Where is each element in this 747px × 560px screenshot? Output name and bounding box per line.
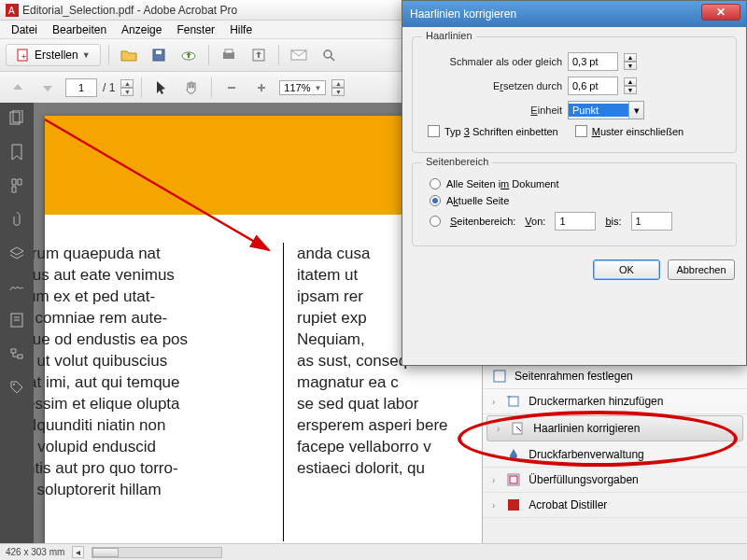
thread-panel-icon[interactable] [7, 175, 27, 196]
menu-file[interactable]: Datei [4, 21, 45, 38]
svg-rect-8 [225, 49, 233, 53]
include-patterns-checkbox[interactable] [575, 125, 587, 137]
window-title: Editorial_Selection.pdf - Adobe Acrobat … [22, 4, 237, 17]
zoom-input[interactable]: 117%▼ [279, 80, 326, 95]
text-column-1: e nulparum quaepuda nat ut poribus aut e… [34, 243, 269, 500]
hairlines-dialog: Haarlinien korrigieren ✕ Haarlinien Schm… [402, 0, 747, 366]
zoom-spinner[interactable]: ▲▼ [331, 79, 345, 96]
menu-edit[interactable]: Bearbeiten [45, 21, 114, 38]
distiller-icon [506, 497, 521, 512]
zoom-value: 117% [284, 82, 310, 93]
zoom-in-button[interactable] [249, 76, 274, 100]
cancel-button[interactable]: Abbrechen [668, 259, 735, 280]
menu-window[interactable]: Fenster [169, 21, 222, 38]
tool-druckermarken[interactable]: ›Druckermarken hinzufügen [483, 389, 747, 414]
tools-panel: Seitenrahmen festlegen ›Druckermarken hi… [482, 364, 747, 543]
share-button[interactable] [247, 43, 271, 67]
from-label: Von: [525, 216, 545, 227]
svg-rect-27 [510, 476, 517, 483]
page-number-input[interactable] [65, 78, 97, 97]
embed-fonts-label: Typ 3 Schriften einbetten [444, 126, 558, 137]
page-up-button[interactable] [6, 76, 30, 100]
tags-panel-icon[interactable] [7, 377, 27, 398]
unit-value: Punkt [569, 104, 628, 117]
page-total: / 1 [103, 81, 115, 94]
hand-icon [184, 80, 199, 95]
minus-icon [225, 81, 238, 94]
email-button[interactable] [287, 43, 311, 67]
structure-panel-icon[interactable] [7, 343, 27, 364]
svg-rect-25 [513, 423, 522, 434]
select-tool-button[interactable] [149, 76, 174, 100]
envelope-icon [290, 49, 307, 62]
tool-druckfarben[interactable]: ›Druckfarbenverwaltung [483, 442, 747, 468]
to-label: bis: [605, 216, 621, 227]
unit-select[interactable]: Punkt ▾ [568, 101, 644, 119]
print-button[interactable] [217, 43, 241, 67]
close-button[interactable]: ✕ [701, 4, 740, 21]
chevron-right-icon: › [492, 475, 495, 485]
dialog-title-bar[interactable]: Haarlinien korrigieren ✕ [402, 1, 746, 27]
tool-haarlinien[interactable]: ›Haarlinien korrigieren [486, 415, 743, 441]
menu-help[interactable]: Hilfe [222, 21, 260, 38]
create-button[interactable]: ＋ Erstellen ▼ [6, 44, 101, 66]
app-icon: A [6, 4, 19, 17]
include-patterns-label: Muster einschließen [592, 126, 684, 137]
search-button[interactable] [317, 43, 341, 67]
ink-icon [506, 447, 521, 462]
group-hairlines-title: Haarlinien [422, 30, 476, 41]
svg-point-11 [324, 50, 331, 58]
h-scrollbar[interactable] [92, 547, 222, 558]
menu-view[interactable]: Anzeige [114, 21, 169, 38]
chevron-right-icon: › [492, 397, 495, 407]
chevron-right-icon: › [492, 500, 495, 511]
layers-panel-icon[interactable] [7, 243, 27, 263]
svg-rect-28 [508, 499, 519, 511]
from-input[interactable]: 1 [555, 212, 596, 231]
unit-label: Einheit [422, 105, 562, 116]
radio-page-range[interactable] [430, 216, 441, 227]
page-size-label: 426 x 303 mm [6, 547, 64, 557]
radio-range-label: Seitenbereich: [450, 216, 515, 227]
tool-ueberfuellung[interactable]: ›Überfüllungsvorgaben [483, 468, 747, 493]
radio-all-pages[interactable] [430, 178, 441, 189]
folder-open-icon [120, 48, 137, 63]
chevron-down-icon: ▼ [82, 50, 91, 60]
group-pagerange: Seitenbereich Alle Seiten im Dokument Ak… [412, 162, 737, 246]
svg-text:A: A [8, 6, 15, 16]
tool-distiller[interactable]: ›Acrobat Distiller [483, 493, 747, 518]
left-sidebar [0, 103, 34, 560]
hairline-icon [511, 421, 526, 436]
signatures-panel-icon[interactable] [7, 276, 27, 297]
pages-panel-icon[interactable] [7, 108, 27, 129]
threshold-spinner[interactable]: ▲▼ [624, 53, 637, 70]
to-input[interactable]: 1 [631, 212, 672, 231]
page-spinner[interactable]: ▲▼ [120, 79, 134, 96]
radio-all-label: Alle Seiten im Dokument [446, 178, 558, 189]
cloud-button[interactable] [176, 43, 201, 67]
page-frame-icon [492, 369, 507, 384]
group-hairlines: Haarlinien Schmaler als oder gleich 0,3 … [412, 36, 737, 153]
threshold-input[interactable]: 0,3 pt [568, 52, 618, 71]
content-panel-icon[interactable] [7, 310, 27, 330]
hand-tool-button[interactable] [179, 76, 204, 100]
create-icon: ＋ [16, 48, 31, 63]
svg-rect-22 [494, 371, 505, 382]
save-button[interactable] [147, 43, 171, 67]
bookmark-panel-icon[interactable] [7, 142, 27, 162]
radio-current-page[interactable] [430, 195, 441, 206]
page-down-button[interactable] [35, 76, 60, 100]
cursor-icon [155, 80, 168, 95]
chevron-right-icon: › [497, 424, 500, 434]
chevron-left-icon[interactable]: ◂ [72, 546, 84, 558]
tool-seitenrahmen[interactable]: Seitenrahmen festlegen [483, 364, 747, 389]
attachment-panel-icon[interactable] [7, 209, 27, 230]
status-bar: 426 x 303 mm ◂ [0, 543, 747, 560]
replace-input[interactable]: 0,6 pt [568, 77, 618, 95]
zoom-out-button[interactable] [219, 76, 244, 100]
replace-spinner[interactable]: ▲▼ [624, 77, 637, 94]
svg-point-21 [13, 384, 15, 385]
embed-fonts-checkbox[interactable] [428, 125, 440, 137]
open-button[interactable] [117, 43, 141, 67]
ok-button[interactable]: OK [593, 259, 660, 280]
